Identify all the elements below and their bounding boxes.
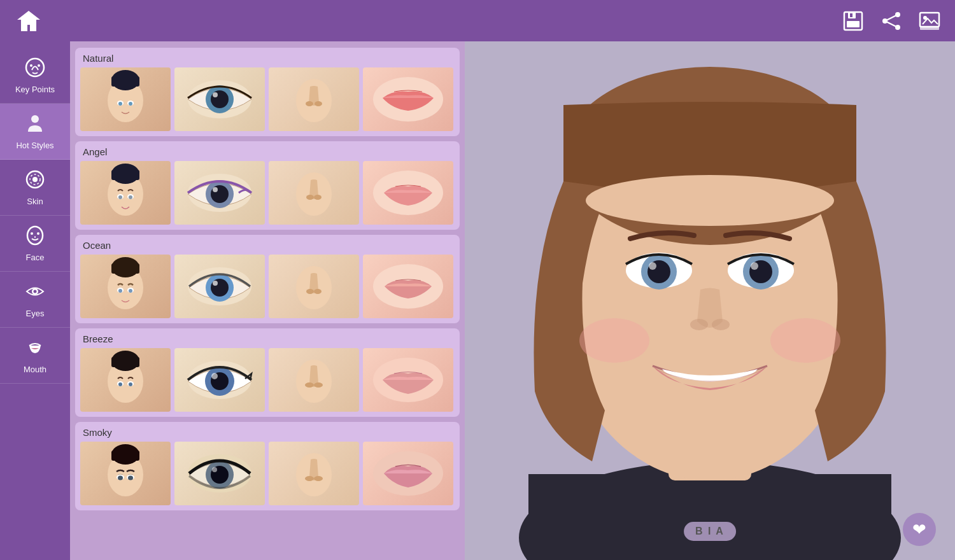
- face-icon: [24, 225, 46, 249]
- svg-point-91: [128, 476, 133, 480]
- svg-point-83: [314, 382, 323, 388]
- style-angel-images: [80, 161, 453, 225]
- sidebar-item-key-points[interactable]: Key Points: [0, 48, 70, 104]
- sidebar-item-hot-styles[interactable]: Hot Styles: [0, 104, 70, 160]
- svg-point-90: [118, 476, 123, 480]
- svg-point-19: [27, 227, 43, 244]
- style-breeze-title: Breeze: [80, 333, 453, 344]
- sidebar-item-face[interactable]: Face: [0, 216, 70, 272]
- svg-point-14: [38, 64, 40, 67]
- svg-point-38: [315, 101, 322, 106]
- style-angel-title: Angel: [80, 146, 453, 157]
- svg-point-30: [118, 102, 122, 106]
- share-button[interactable]: [879, 8, 904, 34]
- ocean-eye-thumb: [174, 255, 265, 318]
- natural-face-thumb: [80, 67, 171, 131]
- style-row-ocean[interactable]: Ocean: [75, 235, 460, 323]
- styles-panel: Natural: [70, 41, 465, 560]
- sidebar-item-eyes[interactable]: Eyes: [0, 272, 70, 328]
- top-bar: [0, 0, 955, 41]
- smoky-eye-thumb: [174, 442, 265, 505]
- face-label: Face: [26, 253, 45, 262]
- sidebar: Key Points Hot Styles Skin: [0, 41, 70, 560]
- svg-point-15: [31, 115, 39, 123]
- svg-point-13: [30, 64, 32, 67]
- angel-face-thumb: [80, 161, 171, 225]
- svg-rect-103: [528, 474, 891, 560]
- home-button[interactable]: [13, 5, 45, 37]
- svg-point-65: [213, 281, 218, 286]
- svg-line-7: [885, 15, 898, 21]
- natural-eye-thumb: [174, 67, 265, 131]
- ocean-face-thumb: [80, 255, 171, 318]
- svg-point-24: [34, 290, 37, 293]
- angel-nose-thumb: [269, 161, 359, 225]
- photo-panel: B I A ❤: [465, 41, 955, 560]
- eyes-icon: [24, 281, 46, 305]
- style-row-breeze[interactable]: Breeze: [75, 328, 460, 417]
- breeze-nose-thumb: [269, 348, 359, 412]
- hot-styles-label: Hot Styles: [16, 141, 53, 150]
- svg-point-17: [32, 177, 38, 182]
- svg-point-45: [118, 195, 122, 199]
- face-photo-area: [465, 41, 955, 560]
- svg-point-120: [712, 319, 730, 330]
- svg-rect-57: [111, 263, 139, 274]
- svg-point-110: [770, 318, 840, 363]
- smoky-lip-thumb: [363, 442, 453, 505]
- svg-point-20: [31, 232, 33, 235]
- style-ocean-title: Ocean: [80, 240, 453, 251]
- style-ocean-images: [80, 255, 453, 318]
- heart-button[interactable]: ❤: [903, 513, 936, 546]
- svg-point-82: [305, 382, 314, 388]
- svg-point-52: [306, 195, 314, 200]
- svg-point-37: [306, 101, 313, 106]
- breeze-eye-thumb: [174, 348, 265, 412]
- eyes-label: Eyes: [26, 309, 45, 318]
- hot-styles-icon: [24, 113, 46, 137]
- sidebar-item-mouth[interactable]: Mouth: [0, 328, 70, 384]
- svg-rect-27: [111, 76, 139, 87]
- svg-rect-87: [111, 451, 139, 461]
- breeze-lip-thumb: [363, 348, 453, 412]
- mouth-label: Mouth: [24, 365, 46, 374]
- key-points-icon: [24, 57, 46, 81]
- smoky-face-thumb: [80, 442, 171, 505]
- style-row-smoky[interactable]: Smoky: [75, 422, 460, 510]
- svg-point-68: [314, 289, 322, 294]
- svg-point-21: [37, 232, 39, 235]
- bia-badge[interactable]: B I A: [684, 522, 736, 541]
- save-button[interactable]: [840, 8, 866, 34]
- svg-rect-10: [920, 27, 939, 30]
- angel-lip-thumb: [363, 161, 453, 225]
- style-smoky-title: Smoky: [80, 427, 453, 438]
- svg-point-119: [690, 319, 708, 330]
- svg-point-75: [118, 382, 122, 386]
- style-natural-images: [80, 67, 453, 131]
- natural-nose-thumb: [269, 67, 359, 131]
- svg-point-60: [118, 289, 122, 293]
- svg-point-67: [306, 289, 314, 294]
- style-breeze-images: [80, 348, 453, 412]
- svg-rect-72: [111, 357, 139, 367]
- sidebar-item-skin[interactable]: Skin: [0, 160, 70, 216]
- svg-point-11: [923, 16, 927, 20]
- gallery-button[interactable]: [917, 8, 942, 34]
- svg-point-31: [129, 102, 132, 106]
- svg-point-109: [579, 318, 649, 363]
- svg-point-46: [129, 195, 132, 199]
- mouth-icon: [24, 337, 46, 361]
- svg-point-118: [751, 262, 758, 270]
- style-row-angel[interactable]: Angel: [75, 141, 460, 230]
- main-area: Key Points Hot Styles Skin: [0, 41, 955, 560]
- svg-point-114: [649, 262, 656, 270]
- face-illustration: [465, 41, 955, 560]
- svg-rect-42: [111, 170, 139, 180]
- natural-lip-thumb: [363, 67, 453, 131]
- top-right-icons: [840, 8, 942, 34]
- svg-point-108: [586, 175, 834, 226]
- svg-point-80: [211, 373, 218, 379]
- breeze-face-thumb: [80, 348, 171, 412]
- svg-rect-3: [850, 13, 852, 17]
- style-row-natural[interactable]: Natural: [75, 48, 460, 136]
